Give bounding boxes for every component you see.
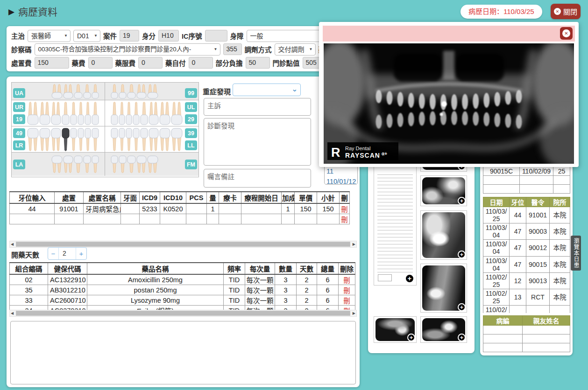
tooth[interactable]: [83, 155, 91, 174]
magnify-plus-icon[interactable]: [458, 197, 466, 205]
magnify-plus-icon[interactable]: [407, 334, 415, 341]
cell[interactable]: RCT: [526, 289, 550, 305]
xray-thumbnail[interactable]: [420, 175, 467, 206]
cell[interactable]: 本院: [550, 256, 570, 272]
cell[interactable]: [186, 214, 207, 224]
cell[interactable]: [241, 203, 282, 214]
cell[interactable]: [10, 214, 55, 224]
tooth[interactable]: [85, 101, 91, 125]
doctor-code-select[interactable]: D01: [73, 30, 100, 42]
cell[interactable]: 47: [510, 223, 526, 240]
cell[interactable]: [317, 214, 340, 224]
tooth[interactable]: [119, 127, 125, 152]
cell[interactable]: 150: [317, 203, 340, 214]
cell[interactable]: [207, 214, 219, 224]
badge-ul[interactable]: UL: [185, 102, 197, 112]
tooth[interactable]: [111, 84, 118, 99]
tooth[interactable]: [92, 84, 99, 99]
cell[interactable]: 02: [10, 274, 48, 285]
drug-copay-input[interactable]: 0: [189, 57, 213, 69]
tooth[interactable]: [62, 101, 70, 125]
drug-fee-input[interactable]: 0: [88, 57, 113, 69]
chief-complaint-textarea[interactable]: [204, 98, 311, 116]
cell[interactable]: 3: [275, 285, 297, 295]
cell[interactable]: 110/02/25: [483, 272, 510, 289]
tooth[interactable]: [39, 127, 50, 152]
cell[interactable]: [553, 176, 570, 185]
magnify-plus-icon[interactable]: [458, 303, 466, 311]
delete-cell[interactable]: 刪: [339, 285, 355, 295]
tooth[interactable]: [111, 155, 118, 174]
cell[interactable]: [483, 343, 523, 352]
medication-table-scrollbar[interactable]: [9, 310, 357, 317]
cell[interactable]: Amoxicillin 250mg: [87, 274, 224, 285]
badge-lr[interactable]: LR: [13, 140, 25, 150]
tooth[interactable]: [63, 84, 73, 99]
cell[interactable]: K0520: [160, 203, 186, 214]
cell[interactable]: 6: [317, 285, 339, 295]
cell[interactable]: AC2600710: [48, 295, 87, 306]
procedure-table-scrollbar[interactable]: [9, 241, 357, 248]
delete-cell[interactable]: 刪: [339, 295, 355, 306]
cell[interactable]: 每次一顆: [245, 285, 275, 295]
xray-thumbnail[interactable]: [420, 316, 467, 343]
tooth[interactable]: [39, 101, 50, 125]
identity-input[interactable]: H10: [158, 30, 179, 42]
cell[interactable]: 33: [10, 295, 48, 306]
cell[interactable]: [219, 214, 241, 224]
browse-today-patients-tab[interactable]: 瀏覽本日患者: [571, 236, 581, 271]
tooth[interactable]: [51, 155, 63, 174]
cell[interactable]: 13: [510, 289, 526, 305]
cell[interactable]: 110/02/09: [520, 167, 553, 176]
tooth[interactable]: [149, 101, 159, 125]
tooth[interactable]: [27, 101, 39, 125]
cell[interactable]: 150: [295, 203, 317, 214]
xray-thumbnail[interactable]: [420, 264, 467, 313]
tooth[interactable]: [149, 127, 159, 152]
cell[interactable]: 每次一顆: [245, 295, 275, 306]
tooth[interactable]: [126, 101, 132, 125]
diagnosis-findings-textarea[interactable]: [204, 118, 311, 166]
cell[interactable]: 90015: [526, 256, 550, 272]
cell[interactable]: [550, 306, 570, 313]
badge-49[interactable]: 49: [13, 128, 25, 138]
cell[interactable]: 本院: [550, 289, 570, 305]
badge-fm[interactable]: FM: [185, 160, 197, 169]
cell[interactable]: 90003: [526, 223, 550, 240]
scrollbar-thumb[interactable]: [16, 311, 350, 316]
tooth[interactable]: [136, 155, 147, 174]
xray-thumbnail[interactable]: [420, 210, 467, 260]
stepper-value[interactable]: 2: [59, 248, 76, 259]
treatment-fee-input[interactable]: 150: [35, 57, 69, 69]
cell[interactable]: 25: [553, 167, 570, 176]
delete-cell[interactable]: 刪: [339, 274, 355, 285]
cell[interactable]: 35: [10, 285, 48, 295]
copay-input[interactable]: 50: [246, 57, 270, 69]
close-button[interactable]: 關閉: [551, 4, 581, 19]
cell[interactable]: [140, 214, 160, 224]
tooth[interactable]: [147, 84, 158, 99]
cell[interactable]: [219, 203, 241, 214]
tooth[interactable]: [92, 127, 99, 152]
cell[interactable]: TID: [224, 274, 245, 285]
cell[interactable]: 2: [297, 295, 317, 306]
cell[interactable]: postan 250mg: [87, 285, 224, 295]
tooth[interactable]: [78, 127, 84, 152]
cell[interactable]: [295, 214, 317, 224]
tooth[interactable]: [159, 127, 170, 152]
tooth[interactable]: [147, 155, 158, 174]
cell[interactable]: 47: [510, 240, 526, 256]
cell[interactable]: [84, 214, 121, 224]
dispense-select[interactable]: 交付調劑: [275, 43, 316, 56]
tooth[interactable]: [111, 101, 118, 125]
visit-date-item[interactable]: 11: [325, 166, 357, 176]
cell[interactable]: 110/02/25: [483, 289, 510, 305]
tooth[interactable]: [70, 127, 77, 152]
cell[interactable]: 3: [275, 295, 297, 306]
cell[interactable]: [523, 343, 570, 352]
tooth[interactable]: [133, 101, 140, 125]
exam-code-select[interactable]: 00305C-符合加強感染控制之門診診察費門診量20人內-: [35, 43, 220, 56]
cell[interactable]: 3: [275, 274, 297, 285]
cell[interactable]: 1: [282, 203, 295, 214]
cell[interactable]: [483, 176, 520, 185]
